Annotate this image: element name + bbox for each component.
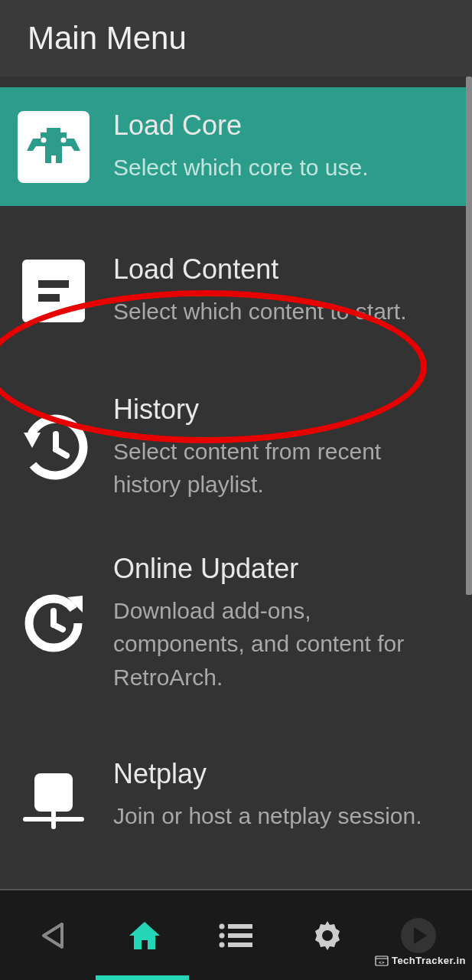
menu-item-title: Online Updater [113,553,434,585]
svg-rect-3 [38,294,60,302]
nav-play-button[interactable] [396,913,441,959]
nav-active-indicator [96,975,189,980]
svg-rect-17 [228,933,252,938]
play-circle-icon [399,916,438,955]
main-menu-list: Load Core Select which core to use. Load… [0,77,472,889]
scrollbar[interactable] [466,77,472,595]
header: Main Menu [0,0,472,77]
menu-item-title: Load Core [113,109,434,142]
menu-item-description: Join or host a netplay session. [113,799,434,833]
menu-item-description: Download add-ons, components, and conten… [113,594,434,694]
menu-item-netplay[interactable]: Netplay Join or host a netplay session. [0,719,472,872]
svg-rect-15 [228,924,252,929]
watermark-text: TechTracker.in [392,955,466,966]
netplay-icon [8,760,99,831]
menu-item-load-content[interactable]: Load Content Select which content to sta… [0,206,472,367]
nav-home-button[interactable] [122,913,168,959]
svg-point-1 [61,137,67,142]
menu-item-online-updater[interactable]: Online Updater Download add-ons, compone… [0,528,472,719]
home-icon [126,917,163,954]
menu-item-title: History [113,394,434,426]
updater-icon [8,590,99,657]
nav-settings-button[interactable] [304,913,350,959]
svg-rect-2 [38,280,69,288]
list-icon [217,922,254,949]
menu-item-description: Select which core to use. [113,151,434,185]
svg-point-16 [220,933,225,938]
watermark-icon: <> [375,956,389,966]
svg-point-0 [41,137,47,142]
svg-line-6 [56,449,67,456]
menu-item-title: Netplay [113,758,434,790]
svg-rect-19 [228,942,252,947]
back-icon [37,920,70,952]
content-icon [8,260,99,322]
svg-marker-4 [24,433,41,448]
svg-point-14 [220,923,225,929]
menu-item-history[interactable]: History Select content from recent histo… [0,367,472,528]
nav-back-button[interactable] [31,913,76,959]
svg-rect-10 [34,773,73,812]
svg-line-9 [54,625,63,629]
history-icon [8,411,99,483]
menu-item-title: Load Content [113,253,434,286]
menu-item-load-core[interactable]: Load Core Select which core to use. [0,87,472,206]
svg-point-20 [322,930,333,941]
svg-point-18 [220,942,225,947]
svg-marker-13 [44,924,62,947]
svg-text:<>: <> [379,960,385,965]
watermark: <> TechTracker.in [375,955,466,966]
page-title: Main Menu [28,20,187,57]
nav-list-button[interactable] [213,913,259,959]
gear-icon [310,918,345,953]
menu-item-description: Select which content to start. [113,295,434,328]
core-icon [8,111,99,183]
bottom-navigation [0,889,472,980]
menu-item-description: Select content from recent history playl… [113,435,434,501]
